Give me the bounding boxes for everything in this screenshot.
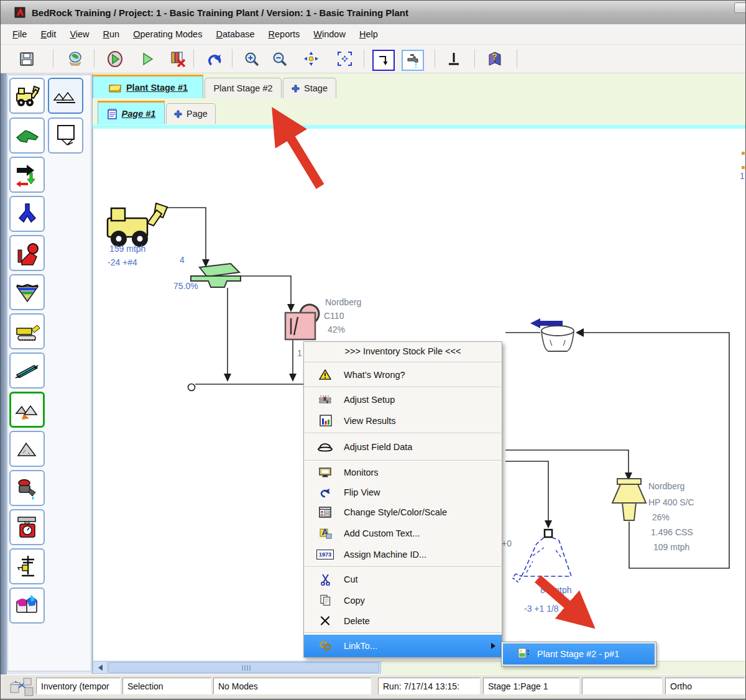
menu-item-change-style[interactable]: Change Style/Color/Scale (304, 502, 502, 523)
pile-rate-label: 84 mtph (540, 585, 572, 595)
grizzly-feeder-node[interactable] (191, 264, 241, 287)
loader-gradation-label: -24 +#4 (108, 257, 137, 267)
window-caption-button[interactable] (734, 2, 746, 13)
help-book-button[interactable]: ? (484, 48, 506, 69)
zoom-center-button[interactable] (300, 48, 322, 69)
run-plant-button[interactable] (104, 48, 126, 69)
menu-item-label: Cut (344, 574, 358, 584)
tool-screen[interactable] (9, 274, 45, 310)
zoom-in-button[interactable] (241, 48, 263, 69)
crusher1-pct-label: 42% (328, 325, 345, 334)
zoom-fit-button[interactable] (333, 48, 356, 69)
tool-stockpile[interactable] (9, 431, 45, 467)
menu-file[interactable]: File (6, 26, 34, 42)
tool-track-plant[interactable] (9, 313, 45, 349)
scrollbar-thumb[interactable] (108, 662, 379, 673)
tool-water-valve[interactable] (9, 470, 45, 506)
menu-item-cut[interactable]: Cut (304, 569, 502, 590)
tool-belt-scale[interactable] (9, 509, 45, 545)
tab-add-page[interactable]: Page (166, 103, 216, 124)
tab-label: Stage (304, 83, 328, 93)
menu-help[interactable]: Help (352, 26, 385, 42)
tool-surge-bin[interactable] (48, 117, 83, 154)
menu-item-whats-wrong[interactable]: What’s Wrong? (304, 364, 502, 385)
tool-monitor-pole[interactable] (9, 548, 45, 584)
tab-add-stage[interactable]: Stage (283, 78, 336, 98)
window-title: BedRock Training / Project: 1 - Basic Tr… (32, 7, 408, 18)
end-point-button[interactable] (443, 48, 465, 69)
publish-button[interactable] (64, 48, 86, 69)
title-bar[interactable]: BedRock Training / Project: 1 - Basic Tr… (1, 1, 746, 25)
zoom-out-button[interactable] (269, 48, 291, 69)
status-stage-page: Stage 1:Page 1 (483, 678, 579, 694)
publish-report-icon (67, 50, 84, 68)
menu-window[interactable]: Window (306, 26, 352, 42)
screen-icon (14, 279, 40, 305)
play-button[interactable] (136, 48, 159, 69)
tool-paint-styles[interactable] (9, 587, 45, 624)
tab-plant-stage-1[interactable]: Plant Stage #1 (93, 75, 203, 98)
tool-grizzly-feeder[interactable] (9, 117, 45, 154)
menu-edit[interactable]: Edit (34, 26, 63, 42)
tool-wheel-loader[interactable] (9, 78, 45, 114)
menu-run[interactable]: Run (96, 26, 127, 42)
toolbar: ? (1, 45, 746, 74)
menu-database[interactable]: Database (209, 26, 261, 42)
close-project-button[interactable] (166, 48, 188, 69)
menu-item-label: Change Style/Color/Scale (344, 507, 447, 517)
water-tool-button[interactable] (402, 50, 424, 71)
pile-gradation-label: -3 +1 1/8 (524, 604, 559, 614)
zoom-center-icon (303, 50, 320, 67)
monitor-pole-icon (14, 553, 40, 579)
menu-item-assign-machine-id[interactable]: 1973 Assign Machine ID... (304, 544, 502, 565)
scroll-left-arrow-icon (98, 665, 103, 671)
tool-inventory-stockpile[interactable] (9, 392, 45, 428)
tool-splitter[interactable] (9, 196, 45, 232)
menu-item-add-custom-text[interactable]: A Add Custom Text... (304, 523, 502, 544)
tool-jaw-crusher[interactable] (9, 235, 45, 271)
menu-reports[interactable]: Reports (262, 26, 307, 42)
menu-item-label: What’s Wrong? (344, 370, 405, 380)
surge-bin-node[interactable] (541, 326, 574, 351)
scroll-left-button[interactable] (93, 661, 108, 673)
stream-endpoint[interactable] (188, 384, 195, 391)
inventory-stockpile-icon (14, 397, 40, 423)
tool-conveyor[interactable] (9, 352, 45, 389)
save-button[interactable] (16, 48, 38, 69)
scissors-icon (316, 574, 334, 586)
undo-button[interactable] (204, 48, 226, 69)
tool-rock-piles[interactable] (48, 78, 83, 114)
stockpile-inlet-handle[interactable] (545, 530, 552, 537)
scrollbar-grip-icon (242, 665, 251, 671)
feeder-split-label: 75.0% (173, 281, 198, 291)
toolbar-separator (435, 49, 435, 68)
horizontal-scrollbar[interactable] (93, 661, 381, 674)
menu-view[interactable]: View (63, 26, 96, 42)
menu-item-adjust-setup[interactable]: Adjust Setup (304, 389, 502, 410)
plus-icon (292, 85, 300, 93)
submenu-item-plant-stage-2-p1[interactable]: Plant Stage #2 - p#1 (503, 643, 655, 665)
menu-item-copy[interactable]: Copy (304, 590, 502, 610)
jaw-crusher-icon (14, 240, 40, 266)
crusher1-model-label: C110 (324, 311, 344, 321)
tool-flow-direction[interactable] (9, 157, 45, 193)
menu-operating-modes[interactable]: Operating Modes (126, 26, 209, 42)
menu-item-delete[interactable]: Delete (304, 610, 502, 631)
menu-item-link-to[interactable]: LinkTo... (304, 635, 502, 657)
wheel-loader-node[interactable] (108, 203, 167, 247)
menu-item-monitors[interactable]: Monitors (304, 463, 502, 482)
menu-item-adjust-field-data[interactable]: Adjust Field Data (304, 435, 502, 459)
menu-separator (305, 566, 501, 568)
toolbar-separator (232, 49, 233, 68)
menu-item-flip-view[interactable]: Flip View (304, 482, 502, 502)
menu-item-view-results[interactable]: View Results (304, 410, 502, 431)
grizzly-feeder-icon (14, 122, 40, 149)
edge-partial-node (742, 152, 745, 169)
menu-item-label: Adjust Field Data (344, 442, 412, 452)
tab-page-1[interactable]: Page #1 (98, 101, 165, 124)
cone-crusher-node[interactable] (612, 479, 646, 520)
tab-plant-stage-2[interactable]: Plant Stage #2 (205, 78, 282, 98)
flow-connector-tool-button[interactable] (372, 50, 395, 71)
water-valve-icon (14, 475, 40, 501)
inventory-stockpile-node[interactable] (513, 535, 571, 582)
